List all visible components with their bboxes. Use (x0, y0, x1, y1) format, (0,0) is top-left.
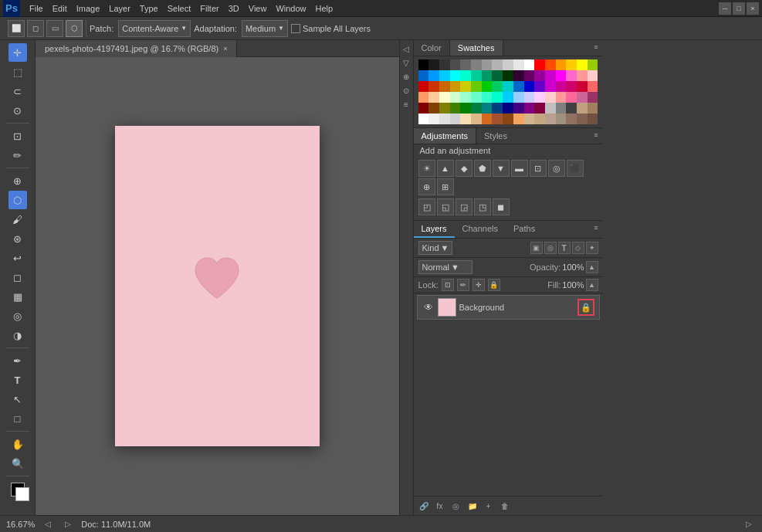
posterize-icon[interactable]: ◱ (437, 198, 454, 215)
quick-select-tool[interactable]: ⊙ (8, 101, 27, 120)
type-tool[interactable]: T (8, 371, 27, 389)
menu-image[interactable]: Image (72, 2, 105, 15)
swatch-color[interactable] (418, 103, 429, 114)
swatch-color[interactable] (503, 59, 513, 70)
canvas-content[interactable] (36, 57, 399, 515)
swatch-color[interactable] (418, 114, 429, 124)
rectangular-marquee-tool[interactable]: ⬜ (8, 20, 25, 37)
status-arrow-icon[interactable]: ▷ (742, 517, 756, 531)
filter-smart-icon[interactable]: ✦ (586, 242, 598, 254)
swatch-color[interactable] (556, 103, 567, 114)
swatch-color[interactable] (482, 114, 493, 124)
menu-filter[interactable]: Filter (195, 2, 223, 15)
colorbalance-icon[interactable]: ⊡ (530, 160, 547, 177)
swatch-color[interactable] (418, 92, 429, 103)
fill-stepper[interactable]: ▲ (586, 279, 598, 291)
document-tab[interactable]: pexels-photo-4197491.jpeg @ 16.7% (RGB/8… (36, 40, 237, 57)
swatch-color[interactable] (482, 70, 493, 81)
swatch-color[interactable] (503, 103, 513, 114)
patch-tool[interactable]: ⬡ (66, 20, 83, 37)
patch-tool-left[interactable]: ⬡ (8, 191, 27, 209)
swatch-color[interactable] (566, 114, 577, 124)
swatch-color[interactable] (513, 92, 524, 103)
menu-view[interactable]: View (244, 2, 272, 15)
bw-icon[interactable]: ◎ (548, 160, 565, 177)
swatch-color[interactable] (450, 114, 461, 124)
swatch-color[interactable] (428, 59, 439, 70)
swatch-color[interactable] (534, 70, 545, 81)
close-button[interactable]: × (747, 2, 759, 15)
swatch-color[interactable] (450, 70, 461, 81)
swatch-color[interactable] (428, 70, 439, 81)
swatch-color[interactable] (556, 81, 567, 92)
swatch-color[interactable] (492, 92, 503, 103)
swatch-color[interactable] (428, 92, 439, 103)
invert-icon[interactable]: ◰ (418, 198, 435, 215)
swatch-color[interactable] (534, 103, 545, 114)
swatch-color[interactable] (556, 70, 567, 81)
swatch-color[interactable] (534, 114, 545, 124)
path-selection-tool[interactable]: ↖ (8, 390, 27, 408)
swatch-color[interactable] (482, 92, 493, 103)
menu-file[interactable]: File (25, 2, 48, 15)
swatch-color[interactable] (439, 114, 450, 124)
swatch-color[interactable] (588, 114, 598, 124)
swatch-color[interactable] (588, 81, 598, 92)
swatch-color[interactable] (418, 70, 429, 81)
tab-close-button[interactable]: × (223, 45, 227, 53)
swatch-color[interactable] (513, 103, 524, 114)
lock-transparent-icon[interactable]: ⊡ (442, 279, 454, 291)
swatches-tab[interactable]: Swatches (450, 40, 503, 56)
swatch-color[interactable] (588, 70, 598, 81)
arrow-right-icon[interactable]: ▷ (61, 517, 75, 531)
blend-mode-dropdown[interactable]: Normal ▼ (418, 260, 472, 274)
lock-position-icon[interactable]: ✛ (472, 279, 485, 291)
swatch-color[interactable] (439, 103, 450, 114)
swatch-color[interactable] (439, 81, 450, 92)
layer-visibility-icon[interactable]: 👁 (422, 301, 435, 313)
swatch-color[interactable] (545, 59, 556, 70)
menu-select[interactable]: Select (163, 2, 196, 15)
swatch-color[interactable] (566, 81, 577, 92)
swatch-color[interactable] (524, 92, 535, 103)
swatch-color[interactable] (556, 114, 567, 124)
adaptation-dropdown[interactable]: Medium ▼ (242, 20, 288, 37)
swatch-color[interactable] (545, 114, 556, 124)
swatch-color[interactable] (524, 103, 535, 114)
swatch-color[interactable] (492, 103, 503, 114)
eraser-tool[interactable]: ◻ (8, 268, 27, 286)
swatch-color[interactable] (482, 103, 493, 114)
swatch-color[interactable] (524, 81, 535, 92)
swatch-color[interactable] (556, 59, 567, 70)
swatch-color[interactable] (545, 81, 556, 92)
single-row-tool[interactable]: ▭ (46, 20, 63, 37)
swatch-color[interactable] (460, 103, 471, 114)
swatch-color[interactable] (439, 59, 450, 70)
photofilter-icon[interactable]: ⬛ (567, 160, 584, 177)
color-panel-menu[interactable]: ≡ (589, 40, 602, 56)
swatch-color[interactable] (566, 70, 577, 81)
vibrance-icon[interactable]: ▼ (493, 160, 510, 177)
swatch-color[interactable] (482, 81, 493, 92)
swatch-color[interactable] (428, 81, 439, 92)
swatch-color[interactable] (471, 114, 482, 124)
selectivecolor-icon[interactable]: ◼ (493, 198, 510, 215)
kind-dropdown[interactable]: Kind ▼ (418, 241, 453, 255)
eyedropper-tool[interactable]: ✏ (8, 146, 27, 164)
swatch-color[interactable] (577, 70, 588, 81)
filter-pixel-icon[interactable]: ▣ (530, 242, 543, 254)
channels-tab[interactable]: Channels (455, 221, 506, 238)
swatch-color[interactable] (524, 59, 535, 70)
swatch-color[interactable] (450, 59, 461, 70)
swatch-color[interactable] (513, 59, 524, 70)
hsl-icon[interactable]: ▬ (511, 160, 528, 177)
threshold-icon[interactable]: ◲ (456, 198, 472, 215)
filter-shape-icon[interactable]: ◇ (572, 242, 584, 254)
opacity-stepper[interactable]: ▲ (586, 261, 598, 273)
background-layer[interactable]: 👁 Background 🔒 (417, 295, 600, 320)
swatch-color[interactable] (577, 81, 588, 92)
minimize-button[interactable]: ─ (719, 2, 731, 15)
adj-panel-menu[interactable]: ≡ (589, 128, 602, 144)
swatch-color[interactable] (428, 114, 439, 124)
pen-tool[interactable]: ✒ (8, 351, 27, 370)
